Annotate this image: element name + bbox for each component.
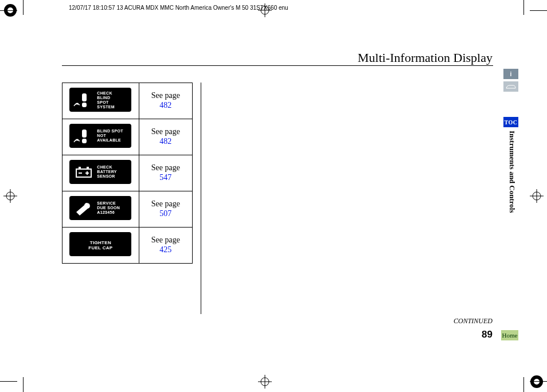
dashboard-warning-icon: SERVICEDUE SOONA123456 bbox=[69, 196, 131, 220]
battery-icon bbox=[73, 163, 95, 181]
page-reference-cell: See page425 bbox=[139, 228, 192, 264]
crop-line bbox=[0, 381, 17, 382]
print-header: 12/07/17 18:10:57 13 ACURA MDX MMC North… bbox=[69, 5, 288, 11]
warning-icon-cell: CHECKBATTERYSENSOR bbox=[62, 155, 139, 191]
svg-rect-17 bbox=[82, 103, 87, 107]
column-divider bbox=[201, 83, 201, 314]
page-link[interactable]: 547 bbox=[159, 173, 171, 182]
page-reference-cell: See page482 bbox=[139, 119, 192, 155]
see-page-label: See page bbox=[151, 91, 180, 100]
svg-point-15 bbox=[534, 379, 540, 385]
svg-point-9 bbox=[533, 192, 541, 200]
warning-text: TIGHTENFUEL CAP bbox=[69, 240, 131, 250]
bsi-icon bbox=[73, 127, 95, 144]
dashboard-warning-icon: CHECKBATTERYSENSOR bbox=[69, 160, 131, 184]
see-page-label: See page bbox=[151, 163, 180, 172]
crop-line bbox=[23, 377, 24, 392]
crop-line bbox=[523, 0, 524, 15]
section-label[interactable]: Instruments and Controls bbox=[507, 131, 517, 213]
title-rule bbox=[62, 65, 493, 66]
home-tab[interactable]: Home bbox=[501, 330, 518, 340]
continued-label: CONTINUED bbox=[454, 317, 493, 326]
crop-line bbox=[530, 10, 547, 11]
page-link[interactable]: 482 bbox=[159, 137, 171, 146]
warning-text: CHECKBATTERYSENSOR bbox=[97, 165, 116, 179]
vehicle-tab[interactable] bbox=[503, 81, 518, 92]
crop-line bbox=[523, 377, 524, 392]
toc-tab[interactable]: TOC bbox=[503, 117, 518, 127]
page-number: 89 bbox=[482, 329, 493, 340]
registration-mark bbox=[3, 189, 17, 203]
page-reference-cell: See page547 bbox=[139, 155, 192, 191]
registration-mark bbox=[530, 189, 544, 203]
dashboard-warning-icon: BLIND SPOTNOTAVAILABLE bbox=[69, 124, 131, 148]
warning-icon-cell: CHECKBLINDSPOTSYSTEM bbox=[62, 83, 139, 119]
page-title: Multi-Information Display bbox=[358, 50, 493, 65]
see-page-label: See page bbox=[151, 236, 180, 244]
page-reference-cell: See page507 bbox=[139, 191, 192, 228]
warning-icon-cell: SERVICEDUE SOONA123456 bbox=[62, 191, 139, 228]
page-link[interactable]: 482 bbox=[159, 101, 171, 109]
warning-icon-cell: BLIND SPOTNOTAVAILABLE bbox=[62, 119, 139, 155]
page-link[interactable]: 507 bbox=[159, 209, 171, 218]
svg-rect-19 bbox=[82, 139, 87, 143]
warning-text: BLIND SPOTNOTAVAILABLE bbox=[97, 129, 123, 143]
svg-rect-21 bbox=[79, 167, 81, 169]
crop-line bbox=[23, 0, 24, 15]
table-row: CHECKBATTERYSENSORSee page547 bbox=[62, 155, 193, 191]
svg-point-3 bbox=[261, 378, 269, 386]
svg-point-6 bbox=[6, 192, 14, 200]
warning-icon-cell: TIGHTENFUEL CAP bbox=[62, 228, 139, 264]
info-tab[interactable]: i bbox=[503, 69, 518, 79]
warning-text: SERVICEDUE SOONA123456 bbox=[97, 201, 120, 215]
warning-text: CHECKBLINDSPOTSYSTEM bbox=[97, 91, 115, 109]
svg-rect-18 bbox=[82, 130, 87, 138]
svg-rect-22 bbox=[87, 167, 89, 169]
crop-line bbox=[530, 381, 547, 382]
dashboard-warning-icon: CHECKBLINDSPOTSYSTEM bbox=[69, 88, 131, 112]
table-row: SERVICEDUE SOONA123456See page507 bbox=[62, 191, 193, 228]
page-reference-cell: See page482 bbox=[139, 83, 192, 119]
dashboard-warning-icon: TIGHTENFUEL CAP bbox=[69, 232, 131, 256]
color-registration-icon bbox=[530, 375, 544, 389]
registration-mark bbox=[258, 375, 272, 389]
svg-rect-16 bbox=[82, 93, 87, 101]
bsi-icon bbox=[73, 91, 95, 108]
car-icon bbox=[505, 84, 517, 89]
table-row: BLIND SPOTNOTAVAILABLESee page482 bbox=[62, 119, 193, 155]
table-row: CHECKBLINDSPOTSYSTEMSee page482 bbox=[62, 83, 193, 119]
warning-message-table: CHECKBLINDSPOTSYSTEMSee page482BLIND SPO… bbox=[62, 83, 193, 264]
wrench-icon bbox=[73, 199, 95, 217]
crop-line bbox=[0, 10, 17, 11]
svg-rect-20 bbox=[76, 169, 91, 177]
see-page-label: See page bbox=[151, 199, 180, 208]
page-link[interactable]: 425 bbox=[159, 245, 171, 254]
see-page-label: See page bbox=[151, 127, 180, 136]
table-row: TIGHTENFUEL CAPSee page425 bbox=[62, 228, 193, 264]
